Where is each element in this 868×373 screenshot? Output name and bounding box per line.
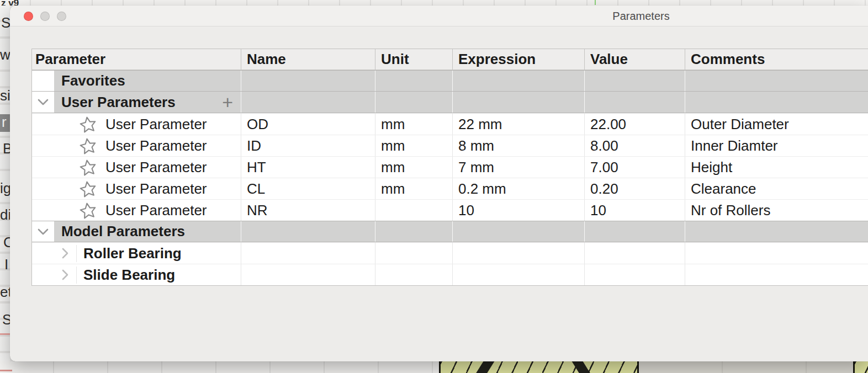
parameter-row-ID[interactable]: User Parameter ID mm 8 mm 8.00 Inner Dia… bbox=[32, 135, 868, 156]
name-cell[interactable]: ID bbox=[241, 135, 375, 156]
background-browser-strip: S w si r B ig di C I et S bbox=[0, 6, 10, 361]
chevron-down-icon[interactable] bbox=[37, 98, 49, 106]
background-canvas-top: z v9 bbox=[0, 0, 868, 6]
favorite-star-icon[interactable] bbox=[80, 159, 97, 176]
favorite-star-icon[interactable] bbox=[80, 180, 97, 198]
comments-cell[interactable]: Nr of Rollers bbox=[685, 200, 868, 221]
browser-text-fragment: si bbox=[0, 87, 10, 104]
group-label: User Parameters bbox=[61, 94, 176, 111]
expression-cell[interactable]: 22 mm bbox=[452, 114, 584, 135]
column-header-unit[interactable]: Unit bbox=[375, 49, 452, 70]
subgroup-row-roller-bearing[interactable]: Roller Bearing bbox=[32, 242, 868, 264]
add-user-parameter-button[interactable]: + bbox=[222, 94, 233, 110]
empty-cell bbox=[241, 92, 375, 113]
empty-cell bbox=[685, 264, 868, 285]
parameter-type-label: User Parameter bbox=[105, 202, 207, 219]
empty-cell bbox=[584, 71, 685, 91]
close-button[interactable] bbox=[24, 12, 33, 21]
subgroup-label: Slide Bearing bbox=[76, 267, 241, 284]
parameter-type-label: User Parameter bbox=[105, 180, 207, 198]
group-gutter bbox=[32, 71, 54, 91]
browser-text-fragment: B bbox=[3, 140, 10, 157]
empty-cell bbox=[685, 71, 868, 91]
column-header-expression[interactable]: Expression bbox=[452, 49, 584, 70]
dialog-title: Parameters bbox=[612, 6, 669, 26]
comments-cell[interactable]: Clearance bbox=[685, 178, 868, 199]
browser-text-fragment: S bbox=[1, 14, 10, 31]
section-hatch-geometry bbox=[853, 361, 868, 373]
empty-cell bbox=[375, 264, 452, 285]
browser-text-fragment: C bbox=[3, 234, 10, 251]
canvas-red-mark bbox=[0, 370, 12, 371]
chevron-right-icon[interactable] bbox=[54, 269, 76, 281]
dialog-titlebar[interactable]: Parameters bbox=[10, 6, 868, 26]
expression-cell[interactable]: 7 mm bbox=[452, 157, 584, 178]
column-header-comments[interactable]: Comments bbox=[685, 49, 868, 70]
name-cell[interactable]: NR bbox=[241, 200, 375, 221]
group-row-model-parameters[interactable]: Model Parameters bbox=[32, 221, 868, 242]
value-cell: 10 bbox=[584, 200, 685, 221]
favorite-star-icon[interactable] bbox=[80, 137, 97, 154]
empty-cell bbox=[375, 71, 452, 91]
comments-cell[interactable]: Outer Diameter bbox=[685, 114, 868, 135]
subgroup-label: Roller Bearing bbox=[76, 245, 241, 262]
expression-cell[interactable]: 8 mm bbox=[452, 135, 584, 156]
empty-cell bbox=[452, 71, 584, 91]
document-tab-text: z v9 bbox=[1, 0, 19, 6]
subgroup-row-slide-bearing[interactable]: Slide Bearing bbox=[32, 264, 868, 285]
empty-cell bbox=[241, 221, 375, 242]
empty-cell bbox=[241, 71, 375, 91]
empty-cell bbox=[241, 243, 375, 264]
group-label: Model Parameters bbox=[54, 221, 241, 242]
browser-text-fragment: S bbox=[2, 311, 10, 328]
minimize-button[interactable] bbox=[40, 12, 50, 21]
expression-cell[interactable]: 10 bbox=[452, 200, 584, 221]
parameter-row-NR[interactable]: User Parameter NR 10 10 Nr of Rollers bbox=[32, 199, 868, 221]
name-cell[interactable]: OD bbox=[241, 114, 375, 135]
empty-cell bbox=[375, 221, 452, 242]
unit-cell: mm bbox=[375, 178, 452, 199]
empty-cell bbox=[375, 243, 452, 264]
column-header-value[interactable]: Value bbox=[584, 49, 685, 70]
section-roller-edge bbox=[474, 361, 496, 373]
empty-cell bbox=[584, 92, 685, 113]
parameter-row-OD[interactable]: User Parameter OD mm 22 mm 22.00 Outer D… bbox=[32, 113, 868, 135]
column-header-name[interactable]: Name bbox=[241, 49, 375, 70]
empty-cell bbox=[452, 221, 584, 242]
browser-text-fragment: I bbox=[4, 256, 8, 273]
browser-text-fragment: r bbox=[2, 114, 7, 131]
name-cell[interactable]: HT bbox=[241, 157, 375, 178]
unit-cell: mm bbox=[375, 157, 452, 178]
parameter-type-label: User Parameter bbox=[105, 137, 207, 154]
browser-red-divider bbox=[0, 333, 10, 335]
empty-cell bbox=[685, 243, 868, 264]
group-row-user-parameters[interactable]: User Parameters + bbox=[32, 92, 868, 113]
empty-cell bbox=[584, 264, 685, 285]
comments-cell[interactable]: Height bbox=[685, 157, 868, 178]
unit-cell bbox=[375, 200, 452, 221]
parameter-row-HT[interactable]: User Parameter HT mm 7 mm 7.00 Height bbox=[32, 156, 868, 178]
group-gutter bbox=[32, 221, 54, 242]
browser-text-fragment: ig bbox=[0, 180, 10, 197]
value-cell: 0.20 bbox=[584, 178, 685, 199]
chevron-down-icon[interactable] bbox=[37, 228, 49, 236]
parameter-row-CL[interactable]: User Parameter CL mm 0.2 mm 0.20 Clearan… bbox=[32, 178, 868, 199]
group-label: Favorites bbox=[54, 71, 241, 91]
expression-cell[interactable]: 0.2 mm bbox=[452, 178, 584, 199]
column-header-parameter[interactable]: Parameter bbox=[32, 49, 241, 70]
browser-text-fragment: et bbox=[0, 284, 10, 301]
favorite-star-icon[interactable] bbox=[80, 202, 97, 219]
section-roller-edge bbox=[570, 361, 592, 373]
empty-cell bbox=[685, 221, 868, 242]
zoom-button[interactable] bbox=[57, 12, 66, 21]
empty-cell bbox=[452, 92, 584, 113]
comments-cell[interactable]: Inner Diamter bbox=[685, 135, 868, 156]
unit-cell: mm bbox=[375, 135, 452, 156]
chevron-right-icon[interactable] bbox=[54, 247, 76, 259]
parameters-dialog: Parameters Parameter Name Unit Expressio… bbox=[10, 6, 868, 361]
group-row-favorites[interactable]: Favorites bbox=[32, 70, 868, 92]
empty-cell bbox=[375, 92, 452, 113]
name-cell[interactable]: CL bbox=[241, 178, 375, 199]
favorite-star-icon[interactable] bbox=[80, 116, 97, 133]
empty-cell bbox=[452, 243, 584, 264]
